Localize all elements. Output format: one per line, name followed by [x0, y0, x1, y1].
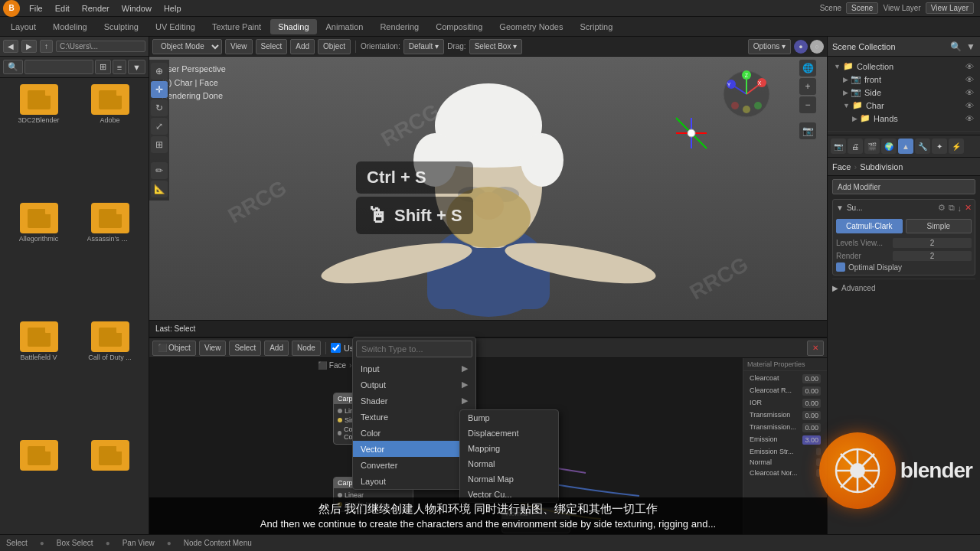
- view-layer-selector[interactable]: View Layer: [926, 2, 974, 14]
- view-btn[interactable]: View: [225, 39, 253, 54]
- eye-icon[interactable]: 👁: [965, 101, 974, 110]
- modifier-down-icon[interactable]: ↓: [958, 204, 962, 213]
- modifier-props-icon[interactable]: 🔧: [915, 139, 930, 154]
- tab-scripting[interactable]: Scripting: [572, 19, 620, 34]
- collection-item-scene-col[interactable]: ▼ 📁 Collection 👁: [831, 60, 977, 73]
- scene-props-icon[interactable]: 🎬: [864, 139, 880, 154]
- modifier-copy-icon[interactable]: ⧉: [949, 203, 955, 213]
- forward-btn[interactable]: ▶: [21, 40, 37, 53]
- menu-item-output[interactable]: Output ▶: [353, 377, 475, 393]
- tab-geometry-nodes[interactable]: Geometry Nodes: [492, 19, 570, 34]
- menu-file[interactable]: File: [23, 0, 49, 16]
- face-filter[interactable]: ⬛ Face: [318, 361, 346, 370]
- list-view-btn[interactable]: ≡: [113, 60, 126, 74]
- annotate-tool[interactable]: ✏: [151, 162, 168, 179]
- add-btn[interactable]: Add: [290, 39, 315, 54]
- up-btn[interactable]: ↑: [40, 40, 53, 53]
- menu-item-shader[interactable]: Shader ▶: [353, 393, 475, 409]
- menu-item-layout[interactable]: Layout ▶: [353, 473, 475, 489]
- node-view-btn[interactable]: View: [199, 341, 227, 356]
- file-item[interactable]: 3DC2Blender: [6, 84, 71, 197]
- advanced-section[interactable]: ▶ Advanced: [832, 282, 975, 294]
- move-tool[interactable]: ✛: [151, 81, 168, 98]
- back-btn[interactable]: ◀: [3, 40, 18, 53]
- modifier-delete-icon[interactable]: ✕: [965, 203, 972, 213]
- collection-item-front[interactable]: ▶ 📷 front 👁: [840, 73, 977, 86]
- menu-item-vector[interactable]: Vector ▶: [353, 441, 475, 457]
- menu-edit[interactable]: Edit: [49, 0, 76, 16]
- node-node-btn[interactable]: Node: [292, 341, 321, 356]
- menu-window[interactable]: Window: [116, 0, 158, 16]
- menu-item-texture[interactable]: Texture ▶: [353, 409, 475, 425]
- node-select-btn[interactable]: Select: [229, 341, 261, 356]
- file-item[interactable]: Call of Duty ...: [77, 321, 142, 434]
- menu-render[interactable]: Render: [76, 0, 116, 16]
- sub-menu-displacement[interactable]: Displacement: [460, 425, 558, 441]
- optimal-display-checkbox[interactable]: [836, 262, 845, 272]
- context-search-input[interactable]: [356, 341, 472, 357]
- path-input[interactable]: C:\Users\...: [56, 41, 145, 52]
- grid-view-btn[interactable]: ⊞: [95, 60, 111, 74]
- world-props-icon[interactable]: 🌍: [881, 139, 897, 154]
- camera-view[interactable]: 📷: [799, 122, 816, 139]
- tab-rendering[interactable]: Rendering: [372, 19, 426, 34]
- file-search-input[interactable]: [24, 60, 93, 74]
- filter-collection-btn[interactable]: ▼: [966, 41, 975, 52]
- viewport-shading-rendered[interactable]: ●: [794, 40, 808, 54]
- filter-btn[interactable]: ▼: [128, 60, 145, 74]
- sub-menu-normal-map[interactable]: Normal Map: [460, 471, 558, 487]
- physics-icon[interactable]: ⚡: [949, 139, 964, 154]
- zoom-in[interactable]: +: [799, 78, 816, 95]
- particles-icon[interactable]: ✦: [932, 139, 947, 154]
- levels-view-value[interactable]: 2: [893, 238, 972, 248]
- search-collection-btn[interactable]: 🔍: [950, 41, 962, 52]
- scale-tool[interactable]: ⤢: [151, 118, 168, 135]
- tab-modeling[interactable]: Modeling: [45, 19, 95, 34]
- file-item[interactable]: [77, 440, 142, 545]
- options-btn[interactable]: Options ▾: [748, 39, 791, 54]
- tab-compositing[interactable]: Compositing: [428, 19, 490, 34]
- file-item[interactable]: Allegorithmic: [6, 203, 71, 315]
- viewport-area[interactable]: RRCG RRCG RRCG: [149, 37, 827, 337]
- tab-uv-editing[interactable]: UV Editing: [148, 19, 203, 34]
- menu-item-converter[interactable]: Converter ▶: [353, 457, 475, 473]
- file-item[interactable]: [6, 440, 71, 545]
- output-props-icon[interactable]: 🖨: [848, 139, 863, 154]
- eye-icon[interactable]: 👁: [965, 62, 974, 71]
- sub-menu-mapping[interactable]: Mapping: [460, 441, 558, 456]
- orientation-select[interactable]: Default ▾: [403, 39, 444, 54]
- collection-item-char[interactable]: ▼ 📁 Char 👁: [840, 99, 977, 112]
- eye-icon[interactable]: 👁: [965, 75, 974, 84]
- node-close-btn[interactable]: ✕: [807, 341, 824, 356]
- sub-menu[interactable]: Bump Displacement Mapping Normal Normal …: [459, 409, 559, 503]
- object-props-icon[interactable]: ▲: [898, 139, 913, 154]
- search-btn[interactable]: 🔍: [3, 60, 23, 74]
- file-item[interactable]: Battlefield V: [6, 321, 71, 434]
- menu-help[interactable]: Help: [158, 0, 188, 16]
- render-value[interactable]: 2: [893, 251, 972, 261]
- menu-item-color[interactable]: Color ▶: [353, 425, 475, 441]
- use-nodes-checkbox[interactable]: [331, 343, 341, 353]
- tab-sculpting[interactable]: Sculpting: [96, 19, 146, 34]
- tab-layout[interactable]: Layout: [3, 19, 44, 34]
- modifier-settings-icon[interactable]: ⚙: [938, 203, 946, 213]
- context-menu[interactable]: Input ▶ Output ▶ Shader ▶ Texture ▶ Colo…: [352, 337, 476, 490]
- select-btn[interactable]: Select: [256, 39, 288, 54]
- collection-item-hands[interactable]: ▶ 📁 Hands 👁: [849, 112, 977, 125]
- node-mode-btn[interactable]: ⬛ Object: [152, 341, 196, 356]
- blender-logo-icon[interactable]: B: [3, 0, 20, 17]
- sub-menu-bump[interactable]: Bump: [460, 410, 558, 425]
- node-add-btn[interactable]: Add: [264, 341, 289, 356]
- collection-item-side[interactable]: ▶ 📷 Side 👁: [840, 86, 977, 99]
- scene-selector[interactable]: Scene: [846, 2, 878, 14]
- sub-menu-normal[interactable]: Normal: [460, 456, 558, 471]
- mode-select[interactable]: Object Mode: [152, 39, 222, 54]
- viewport-shading-material[interactable]: ○: [810, 40, 824, 54]
- zoom-out[interactable]: −: [799, 96, 816, 113]
- eye-icon[interactable]: 👁: [965, 114, 974, 123]
- render-props-icon[interactable]: 📷: [831, 139, 846, 154]
- file-item[interactable]: Adobe: [77, 84, 142, 197]
- transform-tool[interactable]: ⊞: [151, 136, 168, 153]
- drag-select[interactable]: Select Box ▾: [469, 39, 523, 54]
- menu-item-input[interactable]: Input ▶: [353, 360, 475, 377]
